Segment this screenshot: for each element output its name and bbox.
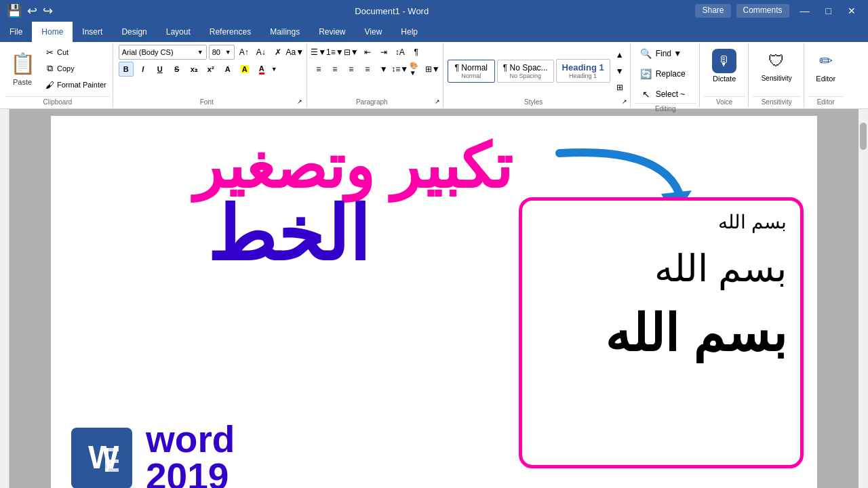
tab-design[interactable]: Design (112, 22, 156, 42)
document-page[interactable]: تكبير وتصغير الخط بسم الله بسم الله بسم … (51, 116, 817, 488)
replace-button[interactable]: 🔄 Replace (635, 65, 696, 83)
increase-font-button[interactable]: A↑ (237, 45, 252, 60)
format-painter-button[interactable]: 🖌 Format Painter (41, 77, 110, 92)
font-size-dropdown-icon[interactable]: ▼ (225, 49, 231, 56)
align-right-button[interactable]: ≡ (344, 62, 359, 77)
line-spacing-button[interactable]: ↕≡▼ (393, 62, 408, 77)
styles-group-label: Styles (448, 97, 620, 106)
style-heading1-label: Heading 1 (562, 73, 604, 79)
find-icon: 🔍 (639, 47, 653, 60)
font-color-dropdown[interactable]: ▼ (271, 66, 277, 73)
editor-button[interactable]: ✏ Editor (810, 45, 842, 87)
bismillah-large: بسم الله (605, 304, 787, 363)
replace-label: Replace (656, 69, 686, 79)
style-normal[interactable]: ¶ Normal Normal (448, 60, 495, 83)
word-text: word 2019 (146, 421, 235, 488)
arabic-title: تكبير وتصغير (64, 136, 512, 197)
styles-expand[interactable]: ⊞ (612, 80, 627, 95)
maximize-button[interactable]: □ (821, 4, 837, 18)
document-title: Document1 - Word (88, 6, 695, 16)
arabic-title-area: تكبير وتصغير الخط (64, 129, 512, 272)
editor-icon: ✏ (814, 49, 838, 73)
paste-label: Paste (13, 78, 32, 86)
font-name-selector[interactable]: Arial (Body CS) ▼ (119, 45, 207, 60)
font-name-dropdown-icon[interactable]: ▼ (197, 49, 203, 56)
minimize-button[interactable]: — (795, 4, 815, 18)
tab-review[interactable]: Review (309, 22, 355, 42)
decrease-font-button[interactable]: A↓ (254, 45, 269, 60)
italic-button[interactable]: I (136, 62, 151, 77)
bold-button[interactable]: B (119, 62, 134, 77)
font-dialog-launcher[interactable]: ↗ (297, 98, 302, 105)
multilevel-list-button[interactable]: ⊟▼ (344, 45, 359, 60)
comments-button[interactable]: Comments (736, 4, 789, 18)
decrease-indent-button[interactable]: ⇤ (360, 45, 375, 60)
copy-label: Copy (57, 64, 75, 73)
voice-group: 🎙 Dictate Voice (701, 43, 749, 107)
select-button[interactable]: ↖ Select ~ (635, 85, 696, 103)
tab-layout[interactable]: Layout (157, 22, 200, 42)
arabic-subtitle: الخط (64, 197, 512, 272)
styles-dialog-launcher[interactable]: ↗ (622, 98, 627, 105)
select-icon: ↖ (639, 87, 653, 101)
underline-button[interactable]: U (153, 62, 167, 77)
copy-button[interactable]: ⧉ Copy (41, 61, 110, 76)
tab-insert[interactable]: Insert (73, 22, 112, 42)
dictate-button[interactable]: 🎙 Dictate (708, 45, 741, 87)
quick-access-undo[interactable]: ↩ (27, 3, 37, 18)
sort-button[interactable]: ↕A (393, 45, 408, 60)
text-highlight-button[interactable]: A (237, 62, 252, 77)
clipboard-group: 📋 Paste ✂ Cut ⧉ Copy 🖌 Format Painter (3, 43, 113, 107)
scrollbar-right[interactable] (859, 109, 868, 488)
justify-dropdown[interactable]: ▼ (376, 62, 391, 77)
tab-mailings[interactable]: Mailings (260, 22, 309, 42)
style-heading1-preview: Heading 1 (562, 62, 604, 73)
paste-button[interactable]: 📋 Paste (5, 45, 39, 89)
show-formatting-button[interactable]: ¶ (409, 45, 424, 60)
scrollbar-thumb[interactable] (860, 123, 867, 150)
bismillah-medium: بسم الله (654, 247, 787, 290)
superscript-button[interactable]: x² (203, 62, 218, 77)
font-size-selector[interactable]: 80 ▼ (209, 45, 235, 60)
sensitivity-icon: 🛡 (764, 49, 789, 73)
styles-scroll-down[interactable]: ▼ (612, 64, 627, 79)
borders-button[interactable]: ⊞▼ (425, 62, 440, 77)
styles-scroll-up[interactable]: ▲ (612, 47, 627, 62)
cut-icon: ✂ (44, 47, 55, 58)
tab-references[interactable]: References (200, 22, 260, 42)
font-color-button[interactable]: A (254, 62, 269, 77)
cut-button[interactable]: ✂ Cut (41, 45, 110, 60)
tab-file[interactable]: File (0, 22, 32, 42)
bullets-button[interactable]: ☰▼ (311, 45, 326, 60)
change-case-button[interactable]: Aa▼ (288, 45, 302, 60)
paragraph-dialog-launcher[interactable]: ↗ (435, 98, 440, 105)
share-button[interactable]: Share (695, 4, 730, 18)
style-no-spacing-label: No Spacing (503, 73, 548, 79)
word-label: word (146, 421, 235, 458)
close-button[interactable]: ✕ (842, 4, 861, 18)
shading-button[interactable]: 🎨▼ (409, 62, 424, 77)
tab-view[interactable]: View (355, 22, 392, 42)
quick-access-redo[interactable]: ↪ (43, 3, 53, 18)
tab-help[interactable]: Help (391, 22, 427, 42)
dictate-icon: 🎙 (712, 49, 736, 73)
document-scroll[interactable]: تكبير وتصغير الخط بسم الله بسم الله بسم … (9, 109, 859, 488)
sensitivity-button[interactable]: 🛡 Sensitivity (757, 45, 796, 86)
highlight-icon: A (241, 65, 249, 73)
numbering-button[interactable]: 1≡▼ (328, 45, 342, 60)
quick-access-save[interactable]: 💾 (7, 3, 22, 18)
svg-rect-6 (105, 468, 119, 472)
tab-home[interactable]: Home (32, 22, 73, 42)
subscript-button[interactable]: x₂ (186, 62, 201, 77)
clear-format-button[interactable]: ✗ (271, 45, 285, 60)
find-button[interactable]: 🔍 Find ▼ (635, 45, 696, 62)
editing-group: 🔍 Find ▼ 🔄 Replace ↖ Select ~ Editing (632, 43, 700, 107)
text-effects-button[interactable]: A (220, 62, 235, 77)
style-heading1[interactable]: Heading 1 Heading 1 (556, 59, 610, 83)
align-left-button[interactable]: ≡ (311, 62, 326, 77)
strikethrough-button[interactable]: S (170, 62, 184, 77)
style-no-spacing[interactable]: ¶ No Spac... No Spacing (497, 60, 554, 83)
increase-indent-button[interactable]: ⇥ (376, 45, 391, 60)
justify-button[interactable]: ≡ (360, 62, 375, 77)
align-center-button[interactable]: ≡ (328, 62, 342, 77)
